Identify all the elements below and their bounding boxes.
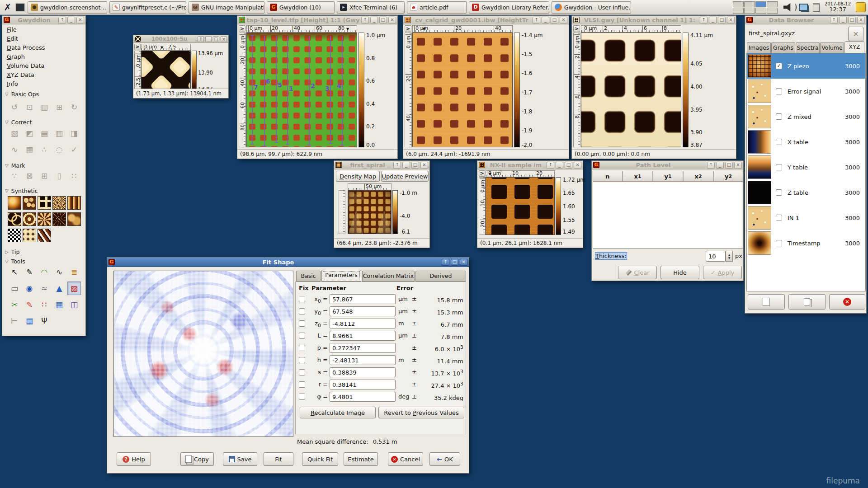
scale-tool-icon[interactable]: ↺ bbox=[8, 101, 21, 114]
close-button[interactable]: × bbox=[574, 162, 581, 169]
channel-checkbox[interactable] bbox=[776, 113, 782, 120]
new-file-button[interactable] bbox=[748, 294, 785, 310]
workspace-cell[interactable] bbox=[744, 8, 755, 14]
synth-domains-icon[interactable] bbox=[8, 212, 21, 226]
fix-checkbox[interactable] bbox=[299, 394, 305, 400]
channel-row-in1[interactable]: IN 1 3000 bbox=[747, 205, 865, 230]
spot-remove-tool-icon[interactable]: ✎ bbox=[23, 298, 36, 311]
channel-row-error-signal[interactable]: Error signal 3000 bbox=[747, 79, 865, 104]
maximize-button[interactable]: □ bbox=[718, 17, 726, 23]
minimize-button[interactable]: _ bbox=[556, 162, 563, 169]
ok-button[interactable]: ←OK bbox=[429, 452, 460, 466]
level-tool-icon[interactable]: ▧ bbox=[8, 127, 21, 141]
shade-button[interactable]: ↑ bbox=[198, 36, 204, 42]
section-mark[interactable]: ▽Mark bbox=[5, 162, 25, 169]
workspace-cell[interactable] bbox=[744, 1, 755, 7]
taskbar-window-button[interactable]: ▸Xfce Terminal (6) bbox=[337, 1, 405, 14]
close-button[interactable]: × bbox=[734, 162, 742, 169]
section-basic-ops[interactable]: ▽Basic Ops bbox=[5, 91, 39, 98]
fit-button[interactable]: Fit bbox=[264, 452, 293, 466]
branch-tool-icon[interactable]: Ψ bbox=[38, 314, 51, 328]
titlebar[interactable]: 100x100-5u ↑ _ □ × bbox=[133, 35, 228, 43]
close-button[interactable]: × bbox=[460, 259, 467, 266]
titlebar[interactable]: NX-II sample im ↑ _ □ × bbox=[477, 161, 583, 169]
clock[interactable]: 2017-08-12 12:37 bbox=[825, 1, 851, 13]
param-value-input[interactable] bbox=[330, 306, 396, 316]
shade-button[interactable]: ↑ bbox=[700, 17, 708, 23]
tab-parameters[interactable]: Parameters bbox=[321, 270, 361, 282]
synth-fibers-icon[interactable] bbox=[38, 229, 51, 242]
shade-button[interactable]: ↑ bbox=[361, 17, 369, 23]
close-file-button[interactable]: ✕ bbox=[848, 27, 863, 41]
fix-checkbox[interactable] bbox=[299, 345, 305, 351]
taskbar-window-button[interactable]: GGwyddion (10) bbox=[267, 1, 335, 14]
grain-remove-tool-icon[interactable]: ▦ bbox=[52, 298, 66, 311]
synth-diffusion-icon[interactable] bbox=[52, 212, 66, 226]
plane-level-tool-icon[interactable]: ◨ bbox=[67, 127, 81, 141]
spin-up-icon[interactable]: ▲ bbox=[728, 253, 731, 256]
thickness-spinner[interactable]: ▲ ▼ bbox=[726, 251, 733, 262]
titlebar[interactable]: tap-10_level.tfp [Height] 1:1 (Gwy ↑ _ □… bbox=[237, 16, 397, 24]
close-button[interactable]: × bbox=[727, 17, 735, 23]
launcher-icon-1[interactable]: ✗ bbox=[2, 2, 13, 13]
update-preview-button[interactable]: Update Preview bbox=[381, 171, 429, 182]
stats-tool-icon[interactable]: ◠ bbox=[38, 265, 51, 279]
rotate-tool-icon[interactable]: ↻ bbox=[67, 101, 81, 114]
synth-objects-icon[interactable] bbox=[23, 196, 36, 210]
param-value-input[interactable] bbox=[330, 331, 396, 341]
selection-manager-tool-icon[interactable]: ▦ bbox=[23, 314, 36, 328]
fix-checkbox[interactable] bbox=[299, 369, 305, 375]
close-button[interactable]: × bbox=[857, 17, 865, 23]
volume-icon[interactable] bbox=[783, 3, 793, 12]
delete-button[interactable]: ✕ bbox=[829, 294, 865, 310]
estimate-button[interactable]: Estimate bbox=[344, 452, 378, 466]
workspace-cell[interactable] bbox=[733, 8, 744, 14]
titlebar[interactable]: G Path Level ↑ _ □ × bbox=[592, 161, 743, 169]
tab-images[interactable]: Images bbox=[747, 42, 771, 53]
titlebar[interactable]: VLSI.gwy [Unknown channel 1] 1: ↑ _ □ × bbox=[572, 16, 736, 24]
menu-info[interactable]: Info bbox=[2, 80, 85, 89]
synth-noise-icon[interactable] bbox=[52, 196, 66, 210]
help-button[interactable]: ?Help bbox=[117, 452, 151, 466]
close-button[interactable]: × bbox=[420, 162, 428, 169]
fix-checkbox[interactable] bbox=[299, 333, 305, 339]
tab-derived-quantities[interactable]: Derived Quantities bbox=[415, 271, 466, 282]
revert-previous-values-button[interactable]: Revert to Previous Values bbox=[378, 407, 464, 418]
param-value-input[interactable] bbox=[330, 319, 396, 328]
maximize-button[interactable]: □ bbox=[848, 17, 856, 23]
data-image-tap10[interactable]: 7 6 5 1 2 3 4 bbox=[246, 33, 357, 147]
channel-checkbox[interactable] bbox=[776, 164, 782, 170]
notes-icon[interactable] bbox=[856, 2, 866, 12]
column-header-y2[interactable]: y2 bbox=[713, 171, 743, 182]
mark-edge-icon[interactable]: ▯ bbox=[52, 169, 66, 183]
tab-spectra[interactable]: Spectra bbox=[796, 42, 820, 53]
shade-button[interactable]: ↑ bbox=[533, 17, 540, 23]
shade-button[interactable]: ↑ bbox=[58, 17, 66, 23]
ruler-expander-button[interactable]: > bbox=[239, 25, 245, 32]
ruler-expander-button[interactable]: > bbox=[405, 25, 411, 32]
synth-spiral-icon[interactable] bbox=[38, 212, 51, 226]
tab-xyz[interactable]: XYZ bbox=[844, 41, 864, 53]
ruler-expander-button[interactable]: > bbox=[573, 25, 580, 32]
minimize-button[interactable]: _ bbox=[67, 17, 75, 23]
taskbar-window-button[interactable]: ✎gwynlfitpreset.c (~/Pro... bbox=[109, 1, 186, 14]
minimize-button[interactable]: _ bbox=[542, 17, 549, 23]
minimize-button[interactable]: _ bbox=[205, 36, 212, 42]
channel-checkbox-checked[interactable]: ✓ bbox=[776, 63, 782, 69]
mask-editor-tool-icon[interactable]: ◫ bbox=[67, 298, 81, 311]
data-image-cv-calgrid[interactable] bbox=[412, 33, 513, 147]
fix-checkbox[interactable] bbox=[299, 308, 305, 314]
shade-button[interactable]: ↑ bbox=[442, 259, 449, 266]
duplicate-button[interactable] bbox=[788, 294, 826, 310]
tab-basic[interactable]: Basic bbox=[296, 271, 321, 282]
channel-checkbox[interactable] bbox=[776, 189, 782, 196]
maximize-button[interactable]: □ bbox=[213, 36, 219, 42]
save-button[interactable]: Save bbox=[223, 452, 257, 466]
line-correct-tool-icon[interactable]: ▥ bbox=[52, 127, 66, 141]
data-image-first-spiral[interactable] bbox=[348, 190, 392, 234]
menu-edit[interactable]: Edit bbox=[2, 34, 85, 43]
mark-threshold-icon[interactable]: ⊠ bbox=[23, 169, 36, 183]
workspace-cell[interactable] bbox=[767, 8, 778, 14]
param-value-input[interactable] bbox=[330, 367, 396, 377]
section-tip[interactable]: ▷Tip bbox=[5, 249, 19, 255]
